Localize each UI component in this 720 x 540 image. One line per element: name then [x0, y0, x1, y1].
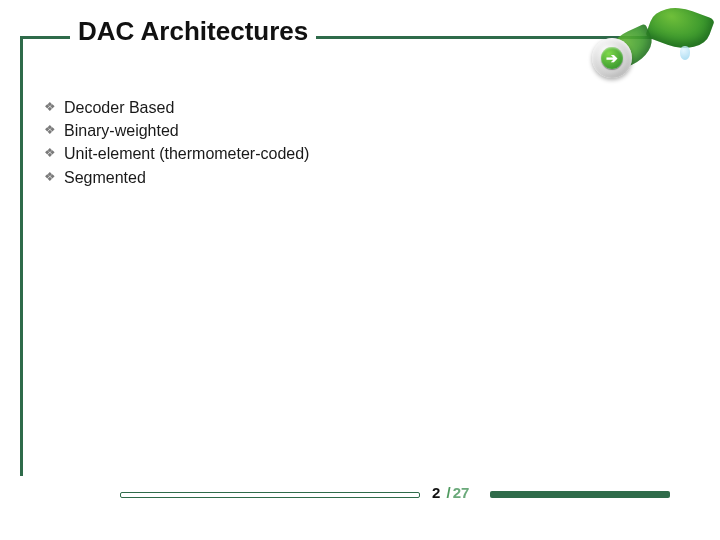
- bullet-icon: ❖: [44, 166, 56, 188]
- list-item-label: Decoder Based: [64, 96, 174, 119]
- page-current: 2: [432, 484, 440, 501]
- list-item-label: Binary-weighted: [64, 119, 179, 142]
- arrow-right-icon: ➔: [601, 47, 623, 69]
- progress-fill: [490, 491, 670, 498]
- list-item: ❖ Unit-element (thermometer-coded): [44, 142, 309, 165]
- pager-bar: 2 /27: [0, 472, 720, 512]
- list-item-label: Segmented: [64, 166, 146, 189]
- list-item: ❖ Segmented: [44, 166, 309, 189]
- list-item: ❖ Decoder Based: [44, 96, 309, 119]
- page-total: 27: [453, 484, 470, 501]
- list-item: ❖ Binary-weighted: [44, 119, 309, 142]
- progress-track: [120, 492, 420, 498]
- page-title: DAC Architectures: [70, 16, 316, 47]
- bullet-icon: ❖: [44, 142, 56, 164]
- bullet-icon: ❖: [44, 96, 56, 118]
- page-separator: /: [447, 484, 451, 501]
- next-button[interactable]: ➔: [592, 38, 632, 78]
- page-indicator: 2 /27: [432, 484, 469, 501]
- list-item-label: Unit-element (thermometer-coded): [64, 142, 309, 165]
- bullet-icon: ❖: [44, 119, 56, 141]
- bullet-list: ❖ Decoder Based ❖ Binary-weighted ❖ Unit…: [44, 96, 309, 189]
